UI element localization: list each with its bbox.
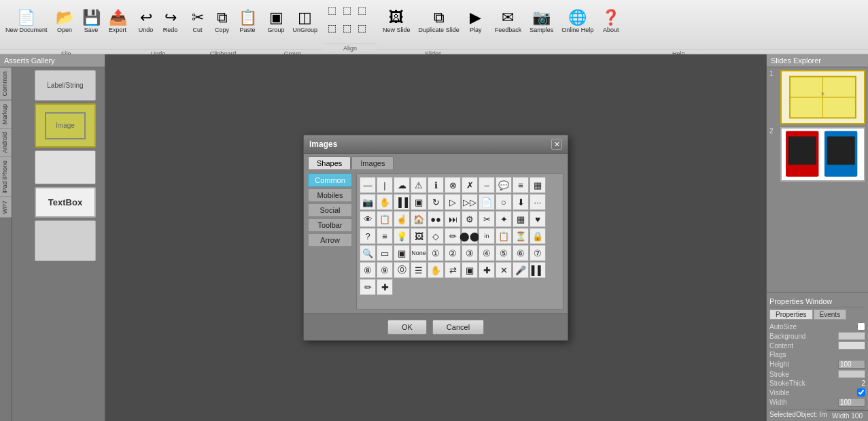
shape-cell[interactable]: 🔒 (530, 228, 546, 244)
open-button[interactable]: 📂 Open (52, 1, 78, 42)
shape-cell[interactable]: ☁ (394, 177, 410, 193)
duplicate-slide-button[interactable]: ⧉ Duplicate Slide (415, 1, 464, 42)
properties-tab-events[interactable]: Events (814, 309, 847, 320)
slide-thumb-1[interactable]: ✕ (780, 70, 865, 124)
shape-cell[interactable]: ⑨ (377, 262, 393, 278)
dialog-cancel-button[interactable]: Cancel (432, 320, 484, 335)
shape-cell[interactable]: 💬 (496, 177, 512, 193)
shape-cell[interactable]: 📄 (479, 194, 495, 210)
prop-checkbox-visible[interactable] (857, 388, 865, 397)
shape-cell[interactable]: ▷▷ (462, 194, 478, 210)
asset-textbox[interactable]: TextBox (35, 187, 96, 218)
ungroup-button[interactable]: ◫ UnGroup (289, 1, 322, 42)
shape-cell[interactable]: ⏳ (513, 228, 529, 244)
shape-cell[interactable]: 👁 (360, 211, 376, 227)
shape-cell[interactable]: 💡 (394, 228, 410, 244)
shape-cat-arrow[interactable]: Arrow (308, 233, 352, 247)
shape-cell[interactable]: ♥ (530, 211, 546, 227)
about-button[interactable]: ❓ About (597, 1, 624, 42)
online-help-button[interactable]: 🌐 Online Help (557, 1, 597, 42)
shape-cell[interactable]: ▣ (462, 262, 478, 278)
shape-cell[interactable]: ⑧ (360, 262, 376, 278)
shape-cell[interactable]: 🎤 (513, 262, 529, 278)
shape-cell[interactable]: | (377, 177, 393, 193)
play-button[interactable]: ▶ Play (464, 1, 488, 42)
align-left-button[interactable]: ⬚ (324, 3, 339, 18)
shape-cell[interactable]: ✚ (377, 279, 393, 295)
shape-cell[interactable]: in (479, 228, 495, 244)
shape-cell[interactable]: – (479, 177, 495, 193)
cat-tab-ipad[interactable]: iPad iPhone (0, 156, 12, 197)
shape-cell[interactable]: ▭ (377, 245, 393, 261)
shape-cell[interactable]: ⓪ (394, 262, 410, 278)
shape-cell[interactable]: None (411, 245, 427, 261)
feedback-button[interactable]: ✉ Feedback (491, 1, 526, 42)
prop-input-height[interactable] (838, 360, 865, 369)
shape-cell[interactable]: ⑥ (513, 245, 529, 261)
shape-cell[interactable]: ④ (479, 245, 495, 261)
shape-cell[interactable]: ◇ (428, 228, 444, 244)
shape-cell[interactable]: — (360, 177, 376, 193)
asset-image[interactable]: Image (35, 103, 96, 148)
shape-cell[interactable]: ? (360, 228, 376, 244)
shape-cell[interactable]: ▌▌ (530, 262, 546, 278)
shape-cell[interactable]: ↻ (428, 194, 444, 210)
shape-cell[interactable]: ① (428, 245, 444, 261)
prop-color-stroke[interactable] (838, 370, 865, 378)
shape-cat-social[interactable]: Social (308, 203, 352, 217)
dialog-tab-shapes[interactable]: Shapes (308, 156, 351, 169)
shape-cell[interactable]: ⇄ (445, 262, 461, 278)
shape-cell[interactable]: ⬇ (513, 194, 529, 210)
shape-cell[interactable]: ≡ (377, 228, 393, 244)
shape-cell[interactable]: ▷ (445, 194, 461, 210)
shape-cell[interactable]: 🏠 (411, 211, 427, 227)
shape-cell[interactable]: ✗ (462, 177, 478, 193)
cat-tab-common[interactable]: Common (0, 67, 12, 100)
slide-thumb-2[interactable] (780, 127, 865, 182)
shape-cell[interactable]: ··· (530, 194, 546, 210)
shape-cell[interactable]: ③ (462, 245, 478, 261)
shape-cat-common[interactable]: Common (308, 173, 352, 187)
align-center-h-button[interactable]: ⬚ (339, 3, 354, 18)
shape-cell[interactable]: ▦ (530, 177, 546, 193)
shape-cell[interactable]: ℹ (428, 177, 444, 193)
shape-cell[interactable]: ✚ (479, 262, 495, 278)
prop-input-width[interactable] (838, 398, 865, 407)
shape-cell[interactable]: ▐▐ (394, 194, 410, 210)
dialog-close-button[interactable]: ✕ (551, 139, 562, 150)
shapes-grid-wrapper[interactable]: — | ☁ ⚠ ℹ ⊗ ✗ – 💬 ≡ ▦ 📷 (356, 173, 563, 309)
shape-cell[interactable]: ▣ (394, 245, 410, 261)
export-button[interactable]: 📤 Export (105, 1, 131, 42)
shape-cell[interactable]: 📷 (360, 194, 376, 210)
shape-cell[interactable]: ⏭ (445, 211, 461, 227)
shape-cell[interactable]: ☝ (394, 211, 410, 227)
dialog-ok-button[interactable]: OK (387, 320, 427, 335)
shape-cell[interactable]: ⚠ (411, 177, 427, 193)
prop-checkbox-autosize[interactable] (857, 322, 865, 331)
properties-tab-properties[interactable]: Properties (769, 309, 813, 320)
cat-tab-android[interactable]: Android (0, 128, 12, 156)
shape-cell[interactable]: ✂ (479, 211, 495, 227)
prop-color-background[interactable] (838, 332, 865, 340)
align-center-v-button[interactable]: ⬚ (339, 20, 354, 35)
shape-cell[interactable]: ▦ (513, 211, 529, 227)
shape-cell[interactable]: ② (445, 245, 461, 261)
new-slide-button[interactable]: 🖼 New Slide (379, 1, 415, 42)
shape-cell[interactable]: ☰ (411, 262, 427, 278)
asset-label-string[interactable]: Label/String (35, 70, 96, 101)
shape-cell[interactable]: 📋 (377, 211, 393, 227)
shape-cell[interactable]: ⊗ (445, 177, 461, 193)
copy-button[interactable]: ⧉ Copy (210, 1, 235, 42)
redo-button[interactable]: ↪ Redo (158, 1, 183, 42)
shape-cell[interactable]: ⚙ (462, 211, 478, 227)
shape-cell[interactable]: ▣ (411, 194, 427, 210)
shape-cell[interactable]: ○ (496, 194, 512, 210)
shape-cat-mobiles[interactable]: Mobiles (308, 188, 352, 202)
shape-cell[interactable]: 📋 (496, 228, 512, 244)
save-button[interactable]: 💾 Save (78, 1, 105, 42)
cat-tab-wp7[interactable]: WP7 (0, 197, 12, 218)
shape-cell[interactable]: ✕ (496, 262, 512, 278)
undo-button[interactable]: ↩ Undo (134, 1, 158, 42)
align-top-button[interactable]: ⬚ (324, 20, 339, 35)
align-right-button[interactable]: ⬚ (354, 3, 369, 18)
